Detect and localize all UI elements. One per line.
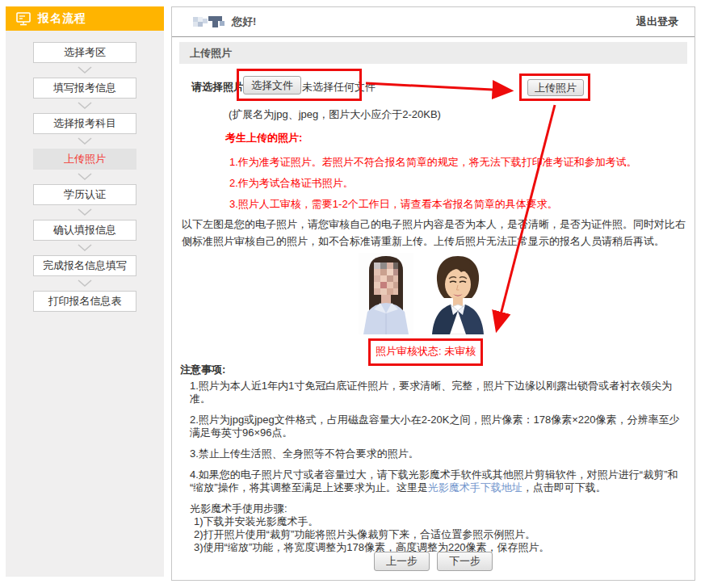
note-item-4: 4.如果您的电子照片尺寸或者容量过大，请下载光影魔术手软件或其他照片剪辑软件，对… [190,468,684,494]
software-steps-heading: 光影魔术手使用步骤: [190,502,684,515]
logout-link[interactable]: 退出登录 [636,15,678,29]
notes-body: 1.照片为本人近1年内1寸免冠白底证件照片，要求清晰、完整，照片下边缘以刚露出锁… [190,380,684,554]
footer-buttons: 上一步 下一步 [172,552,695,571]
greeting-text: 您好! [232,15,256,29]
example-photo [426,254,489,334]
note-item-1: 1.照片为本人近1年内1寸免冠白底证件照片，要求清晰、完整，照片下边缘以刚露出锁… [190,380,684,405]
sidebar-step-fill-info[interactable]: 填写报考信息 [33,78,136,99]
chevron-down-icon [78,279,92,288]
download-link[interactable]: 光影魔术手下载地址 [428,481,522,494]
photo-review-status: 照片审核状态: 未审核 [376,344,476,359]
censored-username [193,15,227,29]
photo-usage-note-3: 3.照片人工审核，需要1-2个工作日，请查看本省报名简章的具体要求。 [229,197,558,212]
candidate-photo-heading: 考生上传的照片: [225,131,302,145]
sidebar-step-select-subjects[interactable]: 选择报考科目 [33,113,136,134]
note-item-4-suffix: ，点击即可下载。 [522,481,606,494]
software-step-2: 2)打开照片使用“裁剪”功能将照片头像裁剪下来，合适位置参照示例照片。 [190,528,684,541]
annotation-box-upload-button [519,74,590,101]
monitor-icon [15,11,31,27]
sidebar-step-confirm-info[interactable]: 确认填报信息 [33,220,136,241]
uploaded-photo-censored [359,253,413,334]
software-step-1: 1)下载并安装光影魔术手。 [190,515,684,528]
photo-usage-note-2: 2.作为考试合格证书照片。 [229,176,354,191]
chevron-down-icon [78,244,92,252]
notes-heading: 注意事项: [180,363,225,377]
chevron-down-icon [78,208,92,216]
next-step-button[interactable]: 下一步 [437,552,493,571]
sidebar: 报名流程 选择考区 填写报考信息 选择报考科目 上传照片 学历认证 确认填报信息… [6,6,164,577]
file-format-hint: (扩展名为jpg、jpeg，图片大小应介于2-20KB) [229,107,441,122]
sidebar-step-print-form[interactable]: 打印报名信息表 [33,291,136,312]
section-title: 上传照片 [179,42,687,64]
sidebar-steps: 选择考区 填写报考信息 选择报考科目 上传照片 学历认证 确认填报信息 完成报名… [6,31,164,312]
chevron-down-icon [78,102,92,110]
page: 报名流程 选择考区 填写报考信息 选择报考科目 上传照片 学历认证 确认填报信息… [0,0,705,588]
prev-step-button[interactable]: 上一步 [374,552,430,571]
sidebar-step-upload-photo[interactable]: 上传照片 [33,149,136,170]
sidebar-header: 报名流程 [6,6,164,31]
chevron-down-icon [78,66,92,74]
user-greeting: 您好! [193,15,256,29]
note-item-2: 2.照片为jpg或jpeg文件格式，占用磁盘容量大小在2-20K之间，照片像素：… [190,414,684,439]
sidebar-title: 报名流程 [38,11,86,26]
photo-usage-note-1: 1.作为准考证照片。若照片不符合报名简章的规定，将无法下载打印准考证和参加考试。 [229,155,637,170]
chevron-down-icon [78,137,92,145]
main-panel: 您好! 退出登录 上传照片 请选择照片: 选择文件 未选择任何文件 上传照片 (… [171,6,695,581]
panel-header: 您好! 退出登录 [172,7,695,37]
note-item-3: 3.禁止上传生活照、全身照等不符合要求的照片。 [190,447,684,460]
sidebar-step-complete-registration[interactable]: 完成报名信息填写 [33,255,136,276]
sidebar-step-education-cert[interactable]: 学历认证 [33,184,136,205]
sidebar-step-select-area[interactable]: 选择考区 [33,42,136,63]
chevron-down-icon [78,173,92,181]
annotation-box-file-input [237,69,362,101]
review-instructions: 以下左图是您的电子照片，请您审核自己的电子照片内容是否为本人，是否清晰，是否为证… [182,216,686,250]
